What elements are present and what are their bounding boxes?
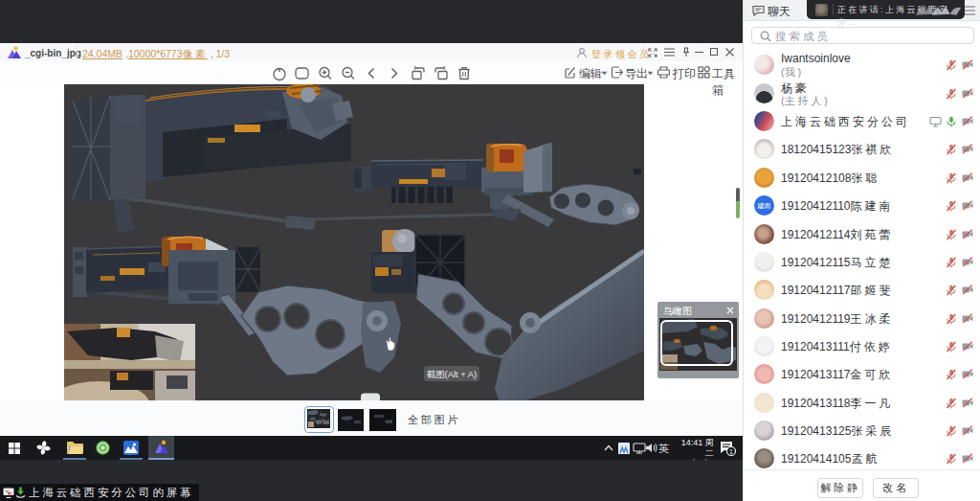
svg-text:1: 1 <box>729 448 733 455</box>
svg-text:截图(Alt + A): 截图(Alt + A) <box>427 369 477 379</box>
